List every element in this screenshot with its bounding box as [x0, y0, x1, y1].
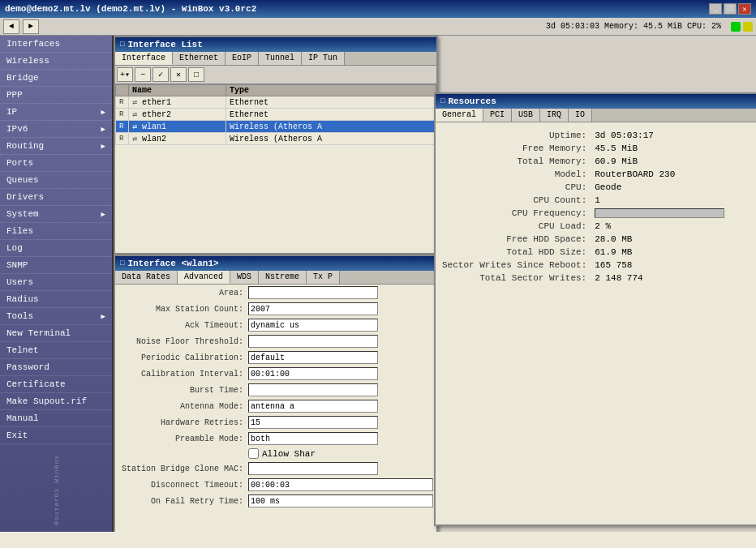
tab-tunnel[interactable]: Tunnel	[259, 52, 302, 65]
tab-pci[interactable]: PCI	[483, 109, 512, 122]
label-free-memory: Free Memory:	[442, 142, 593, 153]
tab-usb[interactable]: USB	[512, 109, 540, 122]
sidebar-item-ipv6[interactable]: IPv6 ▶	[0, 121, 112, 138]
row-name: ⇄ ether2	[129, 109, 226, 121]
close-button[interactable]: ✕	[738, 3, 751, 15]
sidebar-item-tools[interactable]: Tools ▶	[0, 308, 112, 325]
label-noise-floor: Noise Floor Threshold:	[118, 337, 248, 346]
sidebar-item-drivers[interactable]: Drivers	[0, 189, 112, 206]
sidebar-item-log[interactable]: Log	[0, 240, 112, 257]
sidebar-item-new-terminal[interactable]: New Terminal	[0, 325, 112, 342]
sidebar-item-certificate[interactable]: Certificate	[0, 376, 112, 393]
back-button[interactable]: ◄	[3, 19, 19, 34]
label-free-hdd: Free HDD Space:	[442, 233, 593, 244]
window-controls[interactable]: _ □ ✕	[709, 3, 751, 15]
sidebar-item-telnet[interactable]: Telnet	[0, 342, 112, 359]
sidebar-item-password[interactable]: Password	[0, 359, 112, 376]
sidebar-item-routing[interactable]: Routing ▶	[0, 138, 112, 155]
sidebar-item-wireless[interactable]: Wireless	[0, 53, 112, 70]
tab-io[interactable]: IO	[569, 109, 592, 122]
interface-icon: ⇄	[132, 98, 137, 107]
label-cpu: CPU:	[442, 181, 593, 192]
col-name[interactable]: Name	[129, 85, 226, 96]
row-status: R	[116, 133, 129, 145]
minimize-button[interactable]: _	[709, 3, 722, 15]
table-row[interactable]: R ⇄ ether2 Ethernet	[116, 109, 436, 121]
input-disconnect-timeout[interactable]	[248, 478, 433, 491]
input-noise-floor[interactable]	[248, 335, 378, 348]
sidebar-item-users[interactable]: Users	[0, 274, 112, 291]
row-name: ⇄ wlan1	[129, 121, 226, 133]
forward-button[interactable]: ►	[23, 19, 39, 34]
input-hw-retries[interactable]	[248, 416, 378, 429]
input-cal-interval[interactable]	[248, 367, 378, 380]
tab-eoip[interactable]: EoIP	[226, 52, 259, 65]
field-max-station-count: Max Station Count:	[115, 301, 436, 317]
sidebar-item-ip[interactable]: IP ▶	[0, 104, 112, 121]
maximize-button[interactable]: □	[724, 3, 737, 15]
resources-tabs: General PCI USB IRQ IO	[436, 109, 756, 122]
tab-interface[interactable]: Interface	[115, 52, 173, 65]
col-status	[116, 85, 129, 96]
tab-irq[interactable]: IRQ	[540, 109, 569, 122]
label-hw-retries: Hardware Retries:	[118, 418, 248, 427]
row-type: Wireless (Atheros A	[226, 133, 436, 145]
input-periodic-cal[interactable]	[248, 351, 378, 364]
table-row[interactable]: R ⇄ wlan1 Wireless (Atheros A	[116, 121, 436, 133]
tab-nstreme[interactable]: Nstreme	[259, 271, 307, 284]
label-area: Area:	[118, 289, 248, 298]
row-type: Ethernet	[226, 96, 436, 109]
sidebar-item-exit[interactable]: Exit	[0, 427, 112, 444]
sidebar-item-ports[interactable]: Ports	[0, 155, 112, 172]
checkbox-allow-shar[interactable]	[248, 448, 259, 459]
input-ack-timeout[interactable]	[248, 319, 378, 332]
col-type[interactable]: Type	[226, 85, 436, 96]
remove-button[interactable]: −	[135, 67, 151, 82]
interface-table-scroll[interactable]: Name Type R ⇄ ether1 Ethernet	[115, 84, 436, 145]
row-name: ⇄ ether1	[129, 96, 226, 109]
sidebar-item-snmp[interactable]: SNMP	[0, 257, 112, 274]
interface-list-tabs: Interface Ethernet EoIP Tunnel IP Tun	[115, 52, 436, 66]
input-preamble-mode[interactable]	[248, 432, 378, 445]
field-ack-timeout: Ack Timeout:	[115, 317, 436, 333]
cpu-freq-bar	[595, 208, 724, 218]
tab-ethernet[interactable]: Ethernet	[173, 52, 226, 65]
tab-general[interactable]: General	[436, 109, 483, 122]
sidebar-item-manual[interactable]: Manual	[0, 410, 112, 427]
sidebar-item-make-supout[interactable]: Make Supout.rif	[0, 393, 112, 410]
tab-ip-tun[interactable]: IP Tun	[302, 52, 345, 65]
field-area: Area:	[115, 285, 436, 301]
sidebar-item-ppp[interactable]: PPP	[0, 87, 112, 104]
enable-button[interactable]: ✓	[152, 67, 169, 82]
chevron-right-icon: ▶	[101, 210, 105, 219]
resources-title: □ Resources	[436, 94, 756, 109]
input-on-fail-retry[interactable]	[248, 494, 433, 507]
input-antenna-mode[interactable]	[248, 400, 378, 413]
input-area[interactable]	[248, 286, 378, 299]
tab-wds[interactable]: WDS	[230, 271, 259, 284]
tab-advanced[interactable]: Advanced	[178, 271, 230, 284]
tab-tx[interactable]: Tx P	[307, 271, 340, 284]
value-cpu-count: 1	[595, 194, 756, 205]
value-total-memory: 60.9 MiB	[595, 155, 756, 166]
sidebar-item-radius[interactable]: Radius	[0, 291, 112, 308]
comment-button[interactable]: □	[188, 67, 204, 82]
interface-list-window: □ Interface List Interface Ethernet EoIP…	[114, 36, 438, 255]
sidebar-item-interfaces[interactable]: Interfaces	[0, 36, 112, 53]
table-row[interactable]: R ⇄ wlan2 Wireless (Atheros A	[116, 133, 436, 145]
sidebar-item-bridge[interactable]: Bridge	[0, 70, 112, 87]
add-button[interactable]: +▾	[117, 67, 133, 82]
disable-button[interactable]: ✕	[170, 67, 187, 82]
input-burst-time[interactable]	[248, 383, 378, 396]
input-station-bridge-mac[interactable]	[248, 462, 378, 475]
brand-label: RouterOS WinBox	[53, 455, 60, 525]
sidebar-item-files[interactable]: Files	[0, 223, 112, 240]
value-uptime: 3d 05:03:17	[595, 129, 756, 140]
label-cpu-count: CPU Count:	[442, 194, 593, 205]
tab-data-rates[interactable]: Data Rates	[115, 271, 178, 284]
table-row[interactable]: R ⇄ ether1 Ethernet	[116, 96, 436, 109]
label-uptime: Uptime:	[442, 129, 593, 140]
sidebar-item-system[interactable]: System ▶	[0, 206, 112, 223]
input-max-station-count[interactable]	[248, 302, 378, 315]
sidebar-item-queues[interactable]: Queues	[0, 172, 112, 189]
